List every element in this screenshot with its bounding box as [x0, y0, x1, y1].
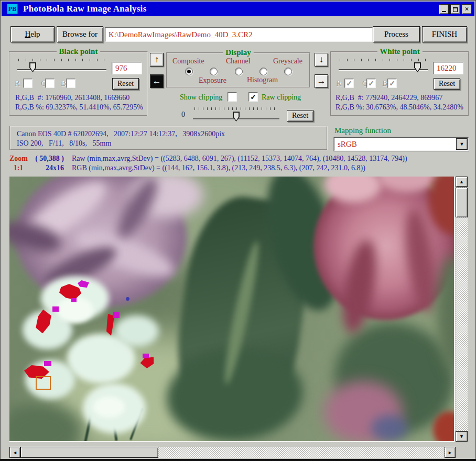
arrow-up-icon: ↑	[155, 54, 159, 65]
arrow-left-icon: ←	[153, 76, 161, 86]
rgb-stats-line: RGB (min,max,avrg,StDev) = ((144, 162, 1…	[72, 164, 365, 172]
show-clipping-checkbox[interactable]	[228, 92, 237, 102]
black-point-g-checkbox[interactable]	[45, 79, 55, 88]
white-point-slider-thumb[interactable]	[414, 62, 421, 72]
close-icon: ×	[465, 5, 469, 14]
scroll-right-button[interactable]: ►	[445, 447, 456, 458]
white-point-group: White point R ✓ G ✓ B ✓ Reset R,G,B #: 7…	[330, 51, 469, 116]
mode-histogram-radio[interactable]	[259, 68, 267, 75]
horizontal-scroll-thumb[interactable]	[20, 447, 158, 458]
black-point-r-label: R	[15, 79, 20, 88]
black-point-slider-ticks	[18, 59, 105, 61]
white-point-value-input[interactable]	[433, 62, 463, 74]
mode-channel-radio[interactable]	[235, 68, 243, 75]
dropdown-arrow-icon: ▼	[460, 141, 464, 147]
exposure-slider-zero-label: 0	[181, 111, 185, 119]
mode-greyscale-radio[interactable]	[284, 68, 292, 75]
file-path-input[interactable]	[105, 27, 373, 42]
clipping-patch-magenta	[113, 312, 120, 318]
white-point-percents: R,G,B %: 30.6763%, 48.5046%, 34.2480%	[336, 103, 463, 112]
scroll-down-button[interactable]: ▼	[456, 431, 468, 442]
raw-clipping-label: Raw clipping	[262, 93, 301, 102]
process-label: Process	[384, 30, 408, 39]
help-button[interactable]: Help	[10, 26, 55, 42]
black-point-percents: R,G,B %: 69.3237%, 51.4410%, 65.7295%	[15, 103, 143, 112]
vertical-scroll-thumb[interactable]	[456, 188, 468, 217]
dropdown-button[interactable]: ▼	[456, 138, 468, 150]
minimize-button[interactable]	[439, 4, 449, 14]
finish-label: FINISH	[432, 30, 457, 39]
raw-stats-line: Raw (min,max,avrg,StDev) = ((5283, 6488,…	[72, 155, 407, 163]
black-point-slider-thumb[interactable]	[29, 62, 36, 72]
mapping-function-label: Mapping function	[334, 126, 391, 135]
black-point-value-input[interactable]	[112, 62, 142, 74]
browse-button[interactable]: Browse for	[57, 26, 103, 42]
help-label: H	[25, 30, 30, 38]
mode-exposure-radio[interactable]	[210, 68, 218, 75]
white-point-reset-button[interactable]: Reset	[434, 78, 460, 90]
white-point-r-checkbox[interactable]: ✓	[344, 79, 354, 88]
white-point-title: White point	[377, 47, 422, 56]
maximize-button[interactable]	[450, 4, 460, 14]
window-bottom-border	[0, 459, 476, 461]
exposure-slider-thumb[interactable]	[233, 112, 240, 122]
clipping-patch-magenta	[71, 298, 77, 302]
exif-info-box: Canon EOS 40D # 620202694, 2007:12:27 14…	[9, 126, 328, 150]
white-point-b-label: B	[382, 79, 387, 88]
app-icon: PB	[7, 4, 18, 14]
exposure-slider-ticks	[194, 107, 278, 110]
exif-line1: Canon EOS 40D # 620202694, 2007:12:27 14…	[17, 129, 320, 139]
minimize-icon	[442, 10, 446, 12]
process-button[interactable]: Process	[373, 26, 420, 42]
finish-button[interactable]: FINISH	[422, 26, 467, 42]
pan-up-button[interactable]: ↑	[150, 53, 164, 67]
scroll-up-button[interactable]: ▲	[456, 177, 468, 187]
scroll-up-icon: ▲	[459, 179, 464, 184]
close-button[interactable]: ×	[462, 4, 472, 14]
arrow-right-icon: →	[317, 76, 326, 86]
photo-blob	[371, 415, 408, 441]
mode-channel-label: Channel	[226, 57, 251, 65]
clipping-patch-magenta	[44, 361, 51, 366]
photo-canvas[interactable]	[9, 177, 455, 442]
white-point-g-checkbox[interactable]: ✓	[366, 79, 376, 88]
white-point-counts: R,G,B #: 779240, 2464229, 869967	[336, 94, 442, 102]
mode-histogram-label: Histogram	[247, 76, 278, 84]
scroll-right-icon: ►	[448, 450, 452, 455]
white-point-b-checkbox[interactable]: ✓	[387, 79, 397, 88]
mode-composite-radio[interactable]	[185, 68, 193, 75]
black-point-b-label: B	[61, 79, 66, 88]
app-window: PB PhotoBola Raw Image Analysis × Help B…	[0, 0, 476, 461]
vertical-scrollbar[interactable]: ▲ ▼	[456, 177, 468, 442]
pan-right-button[interactable]: →	[315, 74, 328, 88]
maximize-icon	[453, 7, 458, 12]
zoom-area-size: 24x16	[24, 164, 64, 172]
scroll-down-icon: ▼	[459, 434, 464, 439]
display-reset-button[interactable]: Reset	[287, 110, 313, 122]
mode-composite-label: Composite	[172, 57, 204, 65]
scroll-left-button[interactable]: ◄	[9, 447, 20, 458]
clipping-patch-blue-dot	[126, 297, 129, 301]
arrow-down-icon: ↓	[319, 54, 324, 65]
black-point-reset-button[interactable]: Reset	[112, 78, 139, 90]
raw-clipping-checkbox[interactable]: ✓	[248, 92, 258, 102]
black-point-title: Black point	[57, 47, 101, 56]
window-title: PhotoBola Raw Image Analysis	[23, 4, 147, 14]
browse-label: Browse for	[62, 30, 98, 39]
clipping-patch-magenta	[143, 354, 149, 358]
black-point-b-checkbox[interactable]	[66, 79, 75, 88]
mapping-function-select[interactable]: sRGB ▼	[334, 137, 469, 151]
black-point-counts: R,G,B #: 1760960, 2613408, 1669660	[15, 94, 129, 102]
show-clipping-label: Show clipping	[180, 93, 222, 102]
pan-left-button[interactable]: ←	[150, 74, 164, 88]
clipping-patch-magenta	[52, 306, 59, 312]
photo-blob	[114, 315, 159, 347]
pan-down-button[interactable]: ↓	[315, 53, 328, 67]
mapping-selected-value: sRGB	[334, 140, 456, 149]
black-point-r-checkbox[interactable]	[23, 79, 33, 88]
horizontal-scrollbar[interactable]: ◄ ►	[9, 447, 456, 458]
title-bar[interactable]: PB PhotoBola Raw Image Analysis ×	[2, 2, 474, 16]
white-point-r-label: R	[336, 79, 341, 88]
display-title: Display	[223, 48, 253, 57]
zoom-region-marker[interactable]	[36, 376, 51, 390]
